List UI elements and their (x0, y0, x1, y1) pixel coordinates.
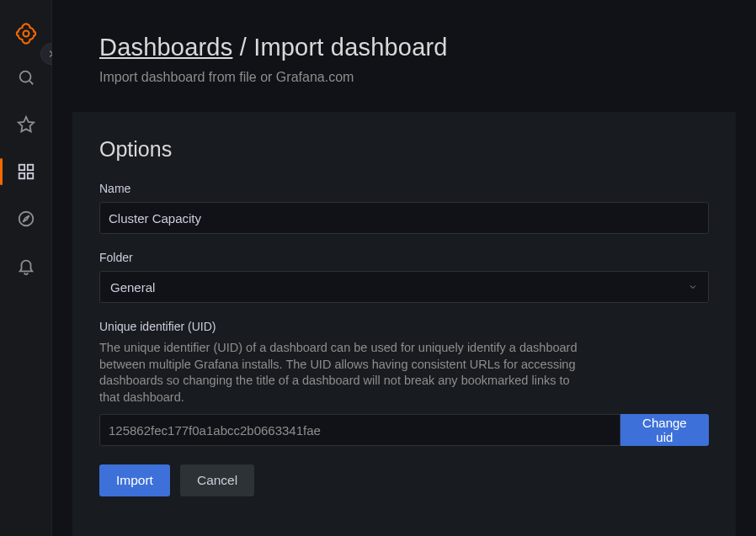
main: Dashboards / Import dashboard Import das… (52, 0, 756, 536)
sidebar-item-search[interactable] (9, 61, 43, 94)
svg-rect-7 (27, 173, 32, 178)
sidebar-item-alerting[interactable] (9, 249, 43, 283)
breadcrumb-current: Import dashboard (253, 34, 448, 61)
name-input[interactable] (99, 202, 709, 234)
change-uid-button[interactable]: Change uid (620, 414, 709, 446)
svg-point-1 (19, 72, 30, 82)
cancel-button[interactable]: Cancel (180, 464, 254, 496)
svg-marker-3 (18, 117, 33, 131)
folder-select-value: General (110, 280, 155, 295)
page-subtitle: Import dashboard from file or Grafana.co… (99, 70, 756, 85)
folder-label: Folder (99, 251, 709, 264)
uid-description: The unique identifier (UID) of a dashboa… (99, 340, 588, 406)
bell-icon (17, 257, 35, 275)
svg-rect-5 (27, 165, 32, 170)
name-label: Name (99, 182, 709, 195)
folder-select[interactable]: General (99, 271, 709, 303)
uid-field: Unique identifier (UID) The unique ident… (99, 320, 709, 446)
breadcrumb-separator: / (232, 34, 253, 61)
dashboards-icon (17, 162, 35, 181)
breadcrumb: Dashboards / Import dashboard (99, 34, 756, 61)
star-icon (17, 115, 35, 134)
compass-icon (17, 210, 35, 228)
import-button[interactable]: Import (99, 464, 170, 496)
grafana-icon (14, 22, 38, 45)
chevron-down-icon (688, 280, 698, 295)
panel-title: Options (99, 137, 709, 162)
search-icon (17, 68, 35, 87)
sidebar-item-starred[interactable] (9, 108, 43, 141)
svg-point-0 (23, 31, 29, 37)
svg-marker-9 (23, 215, 29, 221)
uid-input[interactable] (99, 414, 620, 446)
svg-point-8 (19, 212, 33, 226)
uid-label: Unique identifier (UID) (99, 320, 709, 333)
sidebar (0, 0, 52, 536)
svg-rect-6 (19, 173, 24, 178)
breadcrumb-root[interactable]: Dashboards (99, 34, 232, 61)
options-panel: Options Name Folder General Unique ident… (72, 112, 736, 536)
page-header: Dashboards / Import dashboard Import das… (52, 0, 756, 112)
sidebar-item-dashboards[interactable] (9, 155, 43, 188)
folder-field: Folder General (99, 251, 709, 303)
grafana-logo[interactable] (9, 17, 43, 50)
svg-line-2 (29, 81, 33, 84)
sidebar-item-explore[interactable] (9, 202, 43, 236)
svg-rect-4 (19, 165, 24, 170)
name-field: Name (99, 182, 709, 234)
action-row: Import Cancel (99, 464, 709, 496)
